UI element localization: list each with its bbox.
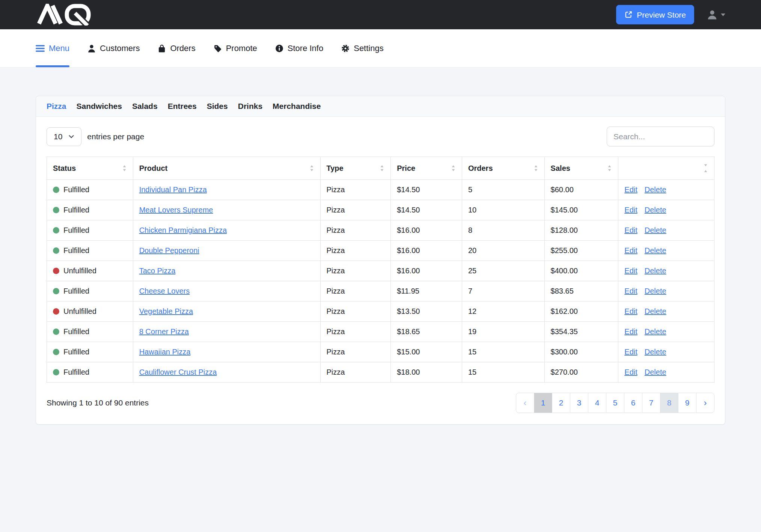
status-cell: Fulfilled [47, 241, 133, 261]
pagination-page-8[interactable]: 8 [660, 393, 678, 413]
column-header-product[interactable]: Product [133, 157, 320, 180]
actions-cell: EditDelete [618, 362, 714, 383]
tab-merchandise[interactable]: Merchandise [273, 102, 321, 111]
actions-cell: EditDelete [618, 342, 714, 362]
search-input[interactable] [607, 127, 714, 146]
type-cell: Pizza [320, 301, 391, 322]
tab-salads[interactable]: Salads [132, 102, 158, 111]
delete-link[interactable]: Delete [645, 246, 666, 255]
sort-icon [703, 162, 708, 174]
column-header-sales[interactable]: Sales [544, 157, 618, 180]
status-dot [53, 369, 59, 375]
nav-item-customers[interactable]: Customers [87, 29, 140, 67]
tab-pizza[interactable]: Pizza [47, 102, 66, 111]
pagination-prev[interactable]: ‹ [516, 393, 534, 413]
edit-link[interactable]: Edit [624, 246, 637, 255]
pagination-page-9[interactable]: 9 [678, 393, 696, 413]
menu-card: Pizza Sandwiches Salads Entrees Sides Dr… [36, 96, 725, 425]
topbar: Preview Store [0, 0, 761, 29]
price-cell: $16.00 [391, 241, 462, 261]
delete-link[interactable]: Delete [645, 307, 666, 315]
nav-item-store-info[interactable]: Store Info [275, 29, 323, 67]
category-tabs: Pizza Sandwiches Salads Entrees Sides Dr… [36, 96, 725, 117]
sales-cell: $83.65 [544, 281, 618, 301]
edit-link[interactable]: Edit [624, 267, 637, 275]
product-link[interactable]: Individual Pan Pizza [139, 185, 207, 194]
product-link[interactable]: Taco Pizza [139, 267, 176, 275]
edit-link[interactable]: Edit [624, 307, 637, 315]
column-header-type[interactable]: Type [320, 157, 391, 180]
column-header-actions[interactable] [618, 157, 714, 180]
delete-link[interactable]: Delete [645, 348, 666, 356]
product-link[interactable]: Cauliflower Crust Pizza [139, 368, 217, 376]
status-cell: Fulfilled [47, 342, 133, 362]
product-link[interactable]: Double Pepperoni [139, 246, 199, 255]
product-link[interactable]: 8 Corner Pizza [139, 327, 189, 336]
delete-link[interactable]: Delete [645, 327, 666, 336]
delete-link[interactable]: Delete [645, 185, 666, 194]
edit-link[interactable]: Edit [624, 226, 637, 234]
status-label: Fulfilled [63, 206, 89, 214]
table-row: Unfulfilled Vegetable Pizza Pizza $13.50… [47, 301, 714, 322]
product-link[interactable]: Cheese Lovers [139, 287, 190, 295]
pagination-page-5[interactable]: 5 [606, 393, 624, 413]
nav-item-settings[interactable]: Settings [341, 29, 384, 67]
delete-link[interactable]: Delete [645, 206, 666, 214]
hamburger-icon [36, 45, 45, 52]
edit-link[interactable]: Edit [624, 287, 637, 295]
actions-cell: EditDelete [618, 241, 714, 261]
pagination-next[interactable]: › [696, 393, 714, 413]
status-label: Fulfilled [63, 368, 89, 376]
edit-link[interactable]: Edit [624, 348, 637, 356]
product-link[interactable]: Meat Lovers Supreme [139, 206, 213, 214]
edit-link[interactable]: Edit [624, 206, 637, 214]
pagination-page-6[interactable]: 6 [624, 393, 642, 413]
pagination-page-3[interactable]: 3 [570, 393, 588, 413]
status-label: Fulfilled [63, 348, 89, 356]
edit-link[interactable]: Edit [624, 185, 637, 194]
nav-item-menu[interactable]: Menu [36, 29, 69, 67]
column-header-price[interactable]: Price [391, 157, 462, 180]
tab-sandwiches[interactable]: Sandwiches [77, 102, 122, 111]
nav-label: Store Info [288, 44, 323, 53]
actions-cell: EditDelete [618, 180, 714, 200]
delete-link[interactable]: Delete [645, 267, 666, 275]
pagination-page-1[interactable]: 1 [534, 393, 552, 413]
tab-sides[interactable]: Sides [207, 102, 228, 111]
type-cell: Pizza [320, 322, 391, 342]
product-link[interactable]: Hawaiian Pizza [139, 348, 191, 356]
price-cell: $18.00 [391, 362, 462, 383]
table-row: Unfulfilled Taco Pizza Pizza $16.00 25 $… [47, 261, 714, 281]
product-link[interactable]: Chicken Parmigiana Pizza [139, 226, 227, 234]
user-icon [87, 44, 96, 53]
pagination-page-4[interactable]: 4 [588, 393, 606, 413]
preview-store-button[interactable]: Preview Store [616, 5, 694, 24]
store-logo[interactable] [36, 4, 92, 26]
table-header-row: Status Product Type Price Orders Sales [47, 157, 714, 180]
delete-link[interactable]: Delete [645, 287, 666, 295]
product-link[interactable]: Vegetable Pizza [139, 307, 193, 315]
active-nav-underline [36, 65, 69, 67]
tab-drinks[interactable]: Drinks [238, 102, 262, 111]
delete-link[interactable]: Delete [645, 226, 666, 234]
user-menu[interactable] [707, 9, 725, 20]
column-header-orders[interactable]: Orders [462, 157, 544, 180]
edit-link[interactable]: Edit [624, 368, 637, 376]
column-header-status[interactable]: Status [47, 157, 133, 180]
entries-per-page-select[interactable]: 10 [47, 127, 81, 146]
chevron-down-icon [721, 14, 725, 16]
delete-link[interactable]: Delete [645, 368, 666, 376]
pagination-page-2[interactable]: 2 [552, 393, 570, 413]
type-cell: Pizza [320, 342, 391, 362]
status-dot [53, 268, 59, 274]
nav-item-orders[interactable]: Orders [158, 29, 195, 67]
tab-entrees[interactable]: Entrees [168, 102, 197, 111]
edit-link[interactable]: Edit [624, 327, 637, 336]
nav-label: Settings [354, 44, 384, 53]
nav-item-promote[interactable]: Promote [214, 29, 257, 67]
nav-label: Customers [100, 44, 140, 53]
orders-cell: 19 [462, 322, 544, 342]
external-link-icon [624, 11, 633, 19]
status-dot [53, 349, 59, 355]
pagination-page-7[interactable]: 7 [642, 393, 660, 413]
